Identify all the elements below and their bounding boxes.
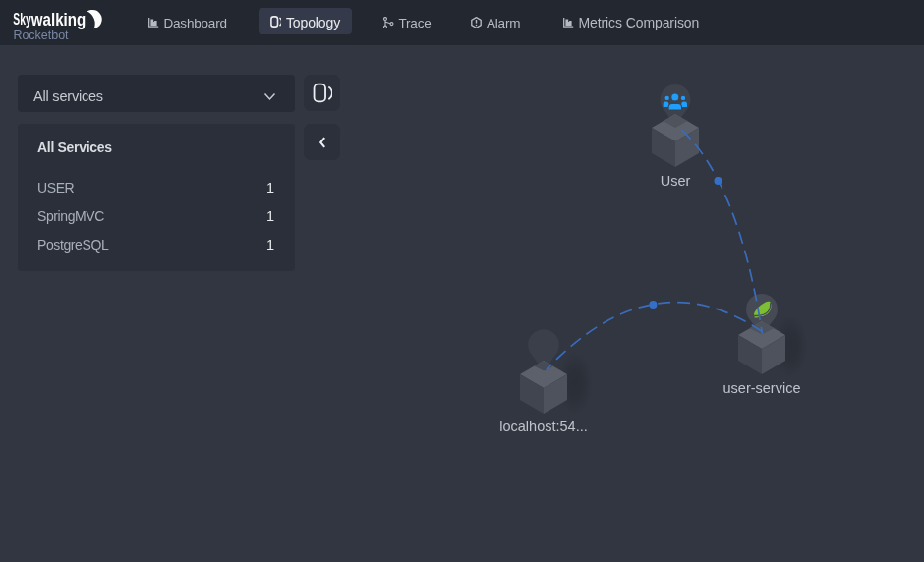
svg-text:user-service: user-service <box>723 380 801 396</box>
svg-text:Rocketbot: Rocketbot <box>13 28 69 42</box>
svg-text:User: User <box>661 173 691 189</box>
svg-text:localhost:54...: localhost:54... <box>499 419 587 434</box>
svg-text:Sky: Sky <box>13 10 31 28</box>
svg-text:walking: walking <box>30 10 86 29</box>
